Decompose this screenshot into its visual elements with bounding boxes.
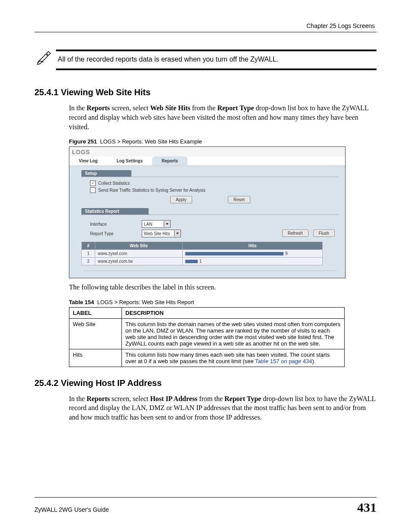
note-block: All of the recorded reports data is eras… <box>34 50 377 70</box>
table-row: 2www.zyxel.com.tw1 <box>82 258 323 265</box>
note-text: All of the recorded reports data is eras… <box>56 50 377 70</box>
th-label: LABEL <box>69 307 122 318</box>
interface-label: Interface <box>90 222 142 227</box>
report-type-dropdown[interactable]: Web Site Hits <box>142 230 181 237</box>
table-row: 1www.zyxel.com9 <box>82 250 323 258</box>
report-type-label: Report Type <box>90 231 142 236</box>
table-154: LABEL DESCRIPTION Web Site This column l… <box>69 307 345 367</box>
collect-statistics-label: Collect Statistics <box>98 181 130 186</box>
section-heading-2541: 25.4.1 Viewing Web Site Hits <box>34 87 377 97</box>
col-num: # <box>82 242 95 250</box>
reset-button[interactable]: Reset <box>228 196 250 203</box>
apply-button[interactable]: Apply <box>170 196 192 203</box>
tab-bar: View Log Log Settings Reports <box>69 156 345 166</box>
table-154-caption: Table 154 LOGS > Reports: Web Site Hits … <box>69 299 377 305</box>
tab-view-log[interactable]: View Log <box>69 156 107 165</box>
col-site: Web Site <box>95 242 183 250</box>
interface-dropdown[interactable]: LAN <box>142 220 171 228</box>
tab-reports[interactable]: Reports <box>152 156 187 165</box>
section-heading-2542: 25.4.2 Viewing Host IP Address <box>34 378 377 388</box>
send-syslog-label: Send Raw Traffic Statistics to Syslog Se… <box>98 188 206 193</box>
screenshot-title: LOGS <box>69 147 345 156</box>
page-footer: ZyWALL 2WG User's Guide 431 <box>34 497 377 515</box>
figure-251-caption: Figure 251 LOGS > Reports: Web Site Hits… <box>69 138 377 145</box>
table-157-xref[interactable]: Table 157 on page 434 <box>255 358 312 364</box>
after-figure-paragraph: The following table describes the label … <box>69 283 377 292</box>
th-description: DESCRIPTION <box>122 307 345 318</box>
send-syslog-checkbox[interactable] <box>90 187 96 193</box>
chevron-down-icon <box>164 221 170 227</box>
chevron-down-icon <box>174 230 181 236</box>
col-hits: Hits <box>183 242 323 250</box>
setup-heading: Setup <box>81 170 131 177</box>
web-site-hits-table: # Web Site Hits 1www.zyxel.com92www.zyxe… <box>81 242 323 265</box>
section-2542-paragraph: In the Reports screen, select Host IP Ad… <box>69 394 377 422</box>
collect-statistics-checkbox[interactable]: ✓ <box>90 180 96 186</box>
refresh-button[interactable]: Refresh <box>282 230 308 237</box>
section-2541-paragraph: In the Reports screen, select Web Site H… <box>69 103 377 131</box>
table-row: Hits This column lists how many times ea… <box>69 349 345 367</box>
reports-screenshot: LOGS View Log Log Settings Reports Setup… <box>69 146 346 278</box>
header-rule <box>34 32 377 32</box>
chapter-header: Chapter 25 Logs Screens <box>34 22 377 29</box>
flush-button[interactable]: Flush <box>313 230 335 237</box>
statistics-report-heading: Statistics Report <box>81 208 149 215</box>
tab-log-settings[interactable]: Log Settings <box>107 156 153 165</box>
handwriting-note-icon <box>34 50 53 67</box>
table-row: Web Site This column lists the domain na… <box>69 318 345 349</box>
page-number: 431 <box>357 500 377 515</box>
footer-guide-title: ZyWALL 2WG User's Guide <box>34 506 109 513</box>
